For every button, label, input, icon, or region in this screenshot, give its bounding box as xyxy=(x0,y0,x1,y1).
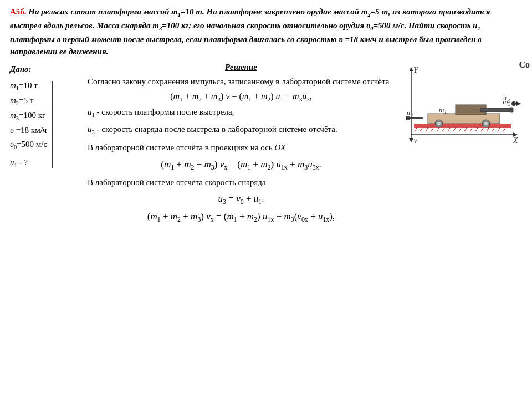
given-unknown: u1 - ? xyxy=(10,156,47,171)
given-m3: m3=100 кг xyxy=(10,109,47,124)
main-section: Дано: m1=10 т m2=5 т m3=100 кг υ =18 км/… xyxy=(10,63,522,229)
svg-line-19 xyxy=(481,128,483,131)
given-v: υ =18 км/ч xyxy=(10,124,47,138)
svg-line-20 xyxy=(487,128,489,131)
section-text2: В лабораторной системе отсчёта в проекци… xyxy=(88,141,395,154)
given-m2: m2=5 т xyxy=(10,94,47,109)
given-data: m1=10 т m2=5 т m3=100 кг υ =18 км/ч υ0=5… xyxy=(10,79,52,171)
page: А5б. На рельсах стоит платформа массой m… xyxy=(0,0,532,399)
svg-text:ū: ū xyxy=(407,109,410,117)
problem-number: А5б. xyxy=(10,7,27,16)
solution-text1: Согласно закону сохранения импульса, зап… xyxy=(88,75,395,88)
formula3: u3 = v0 + u1. xyxy=(88,193,395,206)
formula2: (m1 + m2 + m3) vx = (m1 + m2) u1x + m3u3… xyxy=(88,159,395,172)
svg-marker-54 xyxy=(516,101,521,106)
given-column: Дано: m1=10 т m2=5 т m3=100 кг υ =18 км/… xyxy=(10,63,82,229)
svg-line-11 xyxy=(437,128,439,131)
svg-marker-1 xyxy=(409,67,413,71)
svg-marker-58 xyxy=(409,138,413,142)
svg-line-13 xyxy=(448,128,450,131)
problem-statement: А5б. На рельсах стоит платформа массой m… xyxy=(10,6,522,58)
section-text3: В лабораторной системе отсчёта скорость … xyxy=(88,176,395,189)
svg-line-8 xyxy=(420,128,422,131)
svg-rect-6 xyxy=(414,124,511,128)
svg-point-26 xyxy=(437,122,441,125)
svg-line-7 xyxy=(415,128,417,131)
given-v0: υ0=500 м/с xyxy=(10,137,47,152)
svg-text:V: V xyxy=(413,137,418,145)
formula1: (m1 + m2 + m3) v = (m1 + m2) u1 + m3u3, xyxy=(88,91,395,103)
svg-rect-44 xyxy=(510,108,513,112)
svg-text:3: 3 xyxy=(507,98,510,104)
svg-line-12 xyxy=(442,128,444,131)
diagram-svg: Y X xyxy=(395,63,522,154)
given-m1: m1=10 т xyxy=(10,79,47,94)
svg-rect-43 xyxy=(480,108,511,112)
given-title: Дано: xyxy=(10,63,82,77)
svg-line-14 xyxy=(453,128,456,131)
svg-line-16 xyxy=(464,128,467,131)
given-section: m1=10 т m2=5 т m3=100 кг υ =18 км/ч υ0=5… xyxy=(10,79,82,171)
formula4: (m1 + m2 + m3) vx = (m1 + m2) u1x + m3(v… xyxy=(88,211,395,224)
svg-text:Y: Y xyxy=(413,66,419,74)
diagram-column: Y X xyxy=(395,63,522,229)
svg-line-17 xyxy=(470,128,472,131)
u3-description: u3 - скорость снаряда после выстрела в л… xyxy=(88,123,395,137)
problem-text: На рельсах стоит платформа массой m1=10 … xyxy=(10,7,490,56)
svg-line-21 xyxy=(492,128,494,131)
svg-line-18 xyxy=(475,128,478,131)
solution-column: Решение Согласно закону сохранения импул… xyxy=(82,63,395,229)
svg-line-23 xyxy=(503,128,505,131)
u1-description: u1 - скорость платформы после выстрела, xyxy=(88,106,395,120)
svg-line-9 xyxy=(426,128,428,131)
svg-text:m1: m1 xyxy=(439,105,447,115)
corner-text: Co xyxy=(519,60,530,70)
svg-text:X: X xyxy=(513,136,518,145)
svg-line-10 xyxy=(431,128,433,131)
svg-text:ū: ū xyxy=(503,94,507,102)
svg-text:1: 1 xyxy=(411,112,413,119)
svg-line-15 xyxy=(459,128,461,131)
solution-header: Решение xyxy=(88,63,395,72)
svg-line-22 xyxy=(498,128,500,131)
svg-point-47 xyxy=(511,101,516,106)
svg-point-28 xyxy=(484,122,488,125)
bracket-divider xyxy=(52,81,53,168)
